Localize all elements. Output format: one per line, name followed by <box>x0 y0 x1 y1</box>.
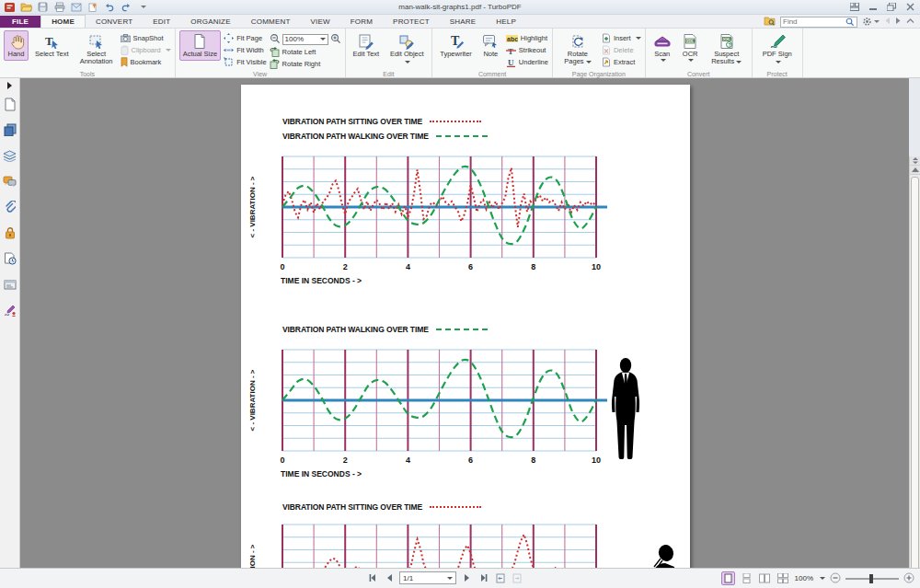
rotate-pages-button[interactable]: Rotate Pages <box>557 30 599 69</box>
svg-text:6: 6 <box>468 262 473 271</box>
seated-figure-silhouette <box>647 543 680 568</box>
insert-pages-button[interactable]: Insert <box>602 33 641 43</box>
select-annotation-button[interactable]: Select Annotation <box>75 30 118 69</box>
next-page-button[interactable] <box>461 571 473 584</box>
previous-page-button[interactable] <box>383 571 395 584</box>
hand-tool-button[interactable]: Hand <box>4 30 29 61</box>
zoom-in-slider-button[interactable] <box>903 572 914 585</box>
rotate-right-button[interactable]: Rotate Right <box>270 59 341 69</box>
extract-page-icon <box>602 57 611 67</box>
find-options-button[interactable] <box>862 17 880 27</box>
search-icon[interactable] <box>845 17 855 27</box>
pdf-sign-button[interactable]: PDF Sign <box>756 30 799 69</box>
scan-button[interactable]: Scan <box>650 30 675 64</box>
snapshot-button[interactable]: SnapShot <box>121 33 171 43</box>
search-folder-icon[interactable] <box>764 16 776 28</box>
document-area[interactable]: VIBRATION PATH SITTING OVER TIME VIBRATI… <box>20 78 909 568</box>
qat-customize-button[interactable] <box>136 2 148 13</box>
vertical-scrollbar[interactable] <box>909 156 920 568</box>
attachments-panel-button[interactable] <box>2 199 18 215</box>
tab-protect[interactable]: PROTECT <box>383 16 440 28</box>
signatures-panel-button[interactable] <box>2 302 18 318</box>
fields-panel-button[interactable] <box>2 276 18 293</box>
page-number-box[interactable]: 1/1 <box>399 571 456 584</box>
close-button[interactable] <box>903 2 916 12</box>
pages-panel-button[interactable] <box>2 121 18 138</box>
facing-continuous-view-button[interactable] <box>776 571 790 585</box>
suspect-results-button[interactable]: OCR? Suspect Results <box>706 30 748 69</box>
layers-panel-button[interactable] <box>2 147 18 164</box>
underline-button[interactable]: UUnderline <box>506 57 548 67</box>
print-button[interactable] <box>53 2 65 13</box>
find-next-button[interactable] <box>895 17 902 27</box>
note-button[interactable]: Note <box>478 30 503 61</box>
layout-switch-button[interactable] <box>848 2 861 12</box>
first-page-button[interactable] <box>366 571 378 584</box>
zoom-presets-caret[interactable] <box>820 577 825 580</box>
ocr-button[interactable]: OCR OCR <box>678 30 703 64</box>
edit-text-icon <box>358 33 374 50</box>
tab-edit[interactable]: EDIT <box>143 16 180 28</box>
share-button[interactable] <box>86 2 98 13</box>
destinations-panel-button[interactable] <box>2 250 18 267</box>
collapse-ribbon-button[interactable] <box>906 17 914 26</box>
typewriter-button[interactable]: T Typewriter <box>436 30 476 61</box>
strikeout-button[interactable]: TStrikeout <box>506 45 548 55</box>
email-button[interactable] <box>70 2 82 13</box>
scrollbar-split-button[interactable] <box>910 156 920 166</box>
previous-view-button[interactable] <box>494 571 506 584</box>
fit-visible-button[interactable]: Fit Visible <box>224 57 266 67</box>
minimize-button[interactable] <box>867 2 880 12</box>
comments-panel-button[interactable] <box>2 173 18 190</box>
delete-pages-button[interactable]: Delete <box>602 45 641 55</box>
clipboard-button[interactable]: Clipboard <box>121 45 171 55</box>
bookmarks-panel-button[interactable] <box>2 96 18 112</box>
tab-organize[interactable]: ORGANIZE <box>180 16 240 28</box>
select-text-button[interactable]: T Select Text <box>31 30 73 61</box>
undo-button[interactable] <box>103 2 115 13</box>
scrollbar-thumb[interactable] <box>911 177 919 568</box>
security-panel-button[interactable] <box>2 225 18 241</box>
last-page-button[interactable] <box>477 571 489 584</box>
edit-text-button[interactable]: Edit Text <box>350 30 384 61</box>
app-logo-icon <box>4 2 16 13</box>
zoom-out-button[interactable] <box>270 33 281 46</box>
zoom-slider-track[interactable] <box>845 578 899 580</box>
tab-view[interactable]: VIEW <box>300 16 339 28</box>
zoom-percent-label: 100% <box>795 574 813 582</box>
restore-button[interactable] <box>885 2 898 12</box>
fit-page-button[interactable]: Fit Page <box>224 33 266 43</box>
single-page-view-button[interactable] <box>721 571 735 585</box>
find-input-wrapper <box>780 17 857 28</box>
find-input[interactable] <box>783 17 845 26</box>
zoom-out-slider-button[interactable] <box>830 572 841 585</box>
tab-comment[interactable]: COMMENT <box>241 16 301 28</box>
zoom-in-button[interactable] <box>330 33 341 46</box>
open-button[interactable] <box>20 2 32 13</box>
continuous-view-button[interactable] <box>740 571 753 585</box>
tab-convert[interactable]: CONVERT <box>86 16 143 28</box>
tab-share[interactable]: SHARE <box>440 16 487 28</box>
tab-form[interactable]: FORM <box>340 16 383 28</box>
scroll-up-button[interactable] <box>910 166 920 175</box>
zoom-slider-thumb[interactable] <box>869 574 873 583</box>
walking-line-sample-2 <box>436 329 488 330</box>
save-button[interactable] <box>37 2 49 13</box>
edit-object-button[interactable]: Edit Object <box>385 30 428 69</box>
extract-pages-button[interactable]: Extract <box>602 57 641 67</box>
nav-pane-toggle-arrow[interactable] <box>1 81 17 90</box>
highlight-button[interactable]: abcHighlight <box>506 33 548 43</box>
actual-size-button[interactable]: Actual Size <box>179 30 222 61</box>
tab-home[interactable]: HOME <box>40 15 86 28</box>
zoom-level-combobox[interactable]: 100% <box>282 34 328 45</box>
tab-file[interactable]: FILE <box>0 16 40 28</box>
find-previous-button[interactable] <box>884 17 891 27</box>
bookmark-button[interactable]: Bookmark <box>121 57 171 67</box>
facing-view-button[interactable] <box>758 571 772 585</box>
redo-button[interactable] <box>120 2 132 13</box>
rotate-left-button[interactable]: Rotate Left <box>270 47 341 57</box>
tab-help[interactable]: HELP <box>486 16 526 28</box>
ribbon-group-tools: Hand T Select Text Select Annotation Sna… <box>0 29 176 77</box>
fit-width-button[interactable]: Fit Width <box>224 45 266 55</box>
next-view-button[interactable] <box>511 571 523 584</box>
